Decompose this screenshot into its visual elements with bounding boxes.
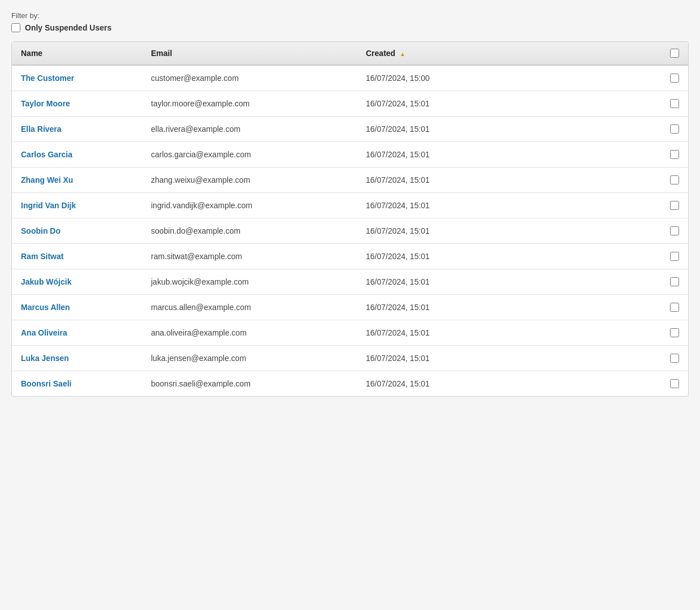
- user-name-link[interactable]: Jakub Wójcik: [21, 277, 71, 286]
- user-select-checkbox[interactable]: [670, 226, 679, 235]
- user-created-cell: 16/07/2024, 15:01: [357, 244, 661, 269]
- user-name-cell: Soobin Do: [12, 218, 142, 244]
- table-row: Marcus Allenmarcus.allen@example.com16/0…: [12, 295, 688, 320]
- user-checkbox-cell: [661, 65, 688, 91]
- col-header-checkbox: [661, 42, 688, 65]
- table-row: Boonsri Saeliboonsri.saeli@example.com16…: [12, 371, 688, 397]
- user-created-text: 16/07/2024, 15:01: [366, 252, 430, 261]
- user-email-text: ingrid.vandijk@example.com: [151, 201, 252, 210]
- filter-section: Filter by: Only Suspended Users: [11, 11, 689, 32]
- user-name-link[interactable]: Soobin Do: [21, 226, 61, 235]
- table-row: Zhang Wei Xuzhang.weixu@example.com16/07…: [12, 167, 688, 193]
- user-checkbox-cell: [661, 117, 688, 142]
- table-row: Ingrid Van Dijkingrid.vandijk@example.co…: [12, 193, 688, 218]
- only-suspended-checkbox[interactable]: [11, 23, 20, 32]
- user-email-cell: ingrid.vandijk@example.com: [142, 193, 357, 218]
- table-body: The Customercustomer@example.com16/07/20…: [12, 65, 688, 396]
- user-email-text: marcus.allen@example.com: [151, 303, 251, 312]
- user-name-cell: Luka Jensen: [12, 346, 142, 371]
- user-email-cell: luka.jensen@example.com: [142, 346, 357, 371]
- user-email-cell: jakub.wojcik@example.com: [142, 269, 357, 295]
- user-created-cell: 16/07/2024, 15:01: [357, 167, 661, 193]
- user-name-link[interactable]: Zhang Wei Xu: [21, 175, 73, 184]
- sort-asc-icon: ▲: [400, 51, 405, 57]
- users-table-container: Name Email Created ▲ The Customercustome…: [11, 41, 689, 397]
- user-name-cell: Zhang Wei Xu: [12, 167, 142, 193]
- user-select-checkbox[interactable]: [670, 379, 679, 388]
- user-select-checkbox[interactable]: [670, 354, 679, 363]
- user-name-link[interactable]: Marcus Allen: [21, 303, 70, 312]
- user-name-link[interactable]: Ram Sitwat: [21, 252, 63, 261]
- user-name-cell: Ram Sitwat: [12, 244, 142, 269]
- user-select-checkbox[interactable]: [670, 277, 679, 286]
- user-email-text: zhang.weixu@example.com: [151, 175, 250, 184]
- user-created-cell: 16/07/2024, 15:01: [357, 218, 661, 244]
- user-select-checkbox[interactable]: [670, 99, 679, 108]
- col-header-name[interactable]: Name: [12, 42, 142, 65]
- user-created-cell: 16/07/2024, 15:01: [357, 295, 661, 320]
- user-name-cell: Ingrid Van Dijk: [12, 193, 142, 218]
- user-email-text: taylor.moore@example.com: [151, 99, 250, 108]
- table-row: Jakub Wójcikjakub.wojcik@example.com16/0…: [12, 269, 688, 295]
- user-created-text: 16/07/2024, 15:01: [366, 150, 430, 159]
- table-header-row: Name Email Created ▲: [12, 42, 688, 65]
- user-checkbox-cell: [661, 142, 688, 167]
- user-name-link[interactable]: Luka Jensen: [21, 354, 69, 363]
- users-table: Name Email Created ▲ The Customercustome…: [12, 42, 688, 396]
- user-checkbox-cell: [661, 91, 688, 117]
- user-created-cell: 16/07/2024, 15:01: [357, 142, 661, 167]
- user-created-text: 16/07/2024, 15:01: [366, 226, 430, 235]
- user-email-cell: soobin.do@example.com: [142, 218, 357, 244]
- user-name-link[interactable]: Ana Oliveira: [21, 328, 67, 337]
- user-name-link[interactable]: Taylor Moore: [21, 99, 70, 108]
- user-email-cell: zhang.weixu@example.com: [142, 167, 357, 193]
- col-header-email[interactable]: Email: [142, 42, 357, 65]
- user-select-checkbox[interactable]: [670, 175, 679, 184]
- user-email-text: jakub.wojcik@example.com: [151, 277, 249, 286]
- user-email-text: carlos.garcia@example.com: [151, 150, 251, 159]
- user-email-text: soobin.do@example.com: [151, 226, 240, 235]
- filter-label: Filter by:: [11, 11, 689, 20]
- col-header-created[interactable]: Created ▲: [357, 42, 661, 65]
- table-row: Ella Riveraella.rivera@example.com16/07/…: [12, 117, 688, 142]
- user-created-cell: 16/07/2024, 15:01: [357, 346, 661, 371]
- user-created-text: 16/07/2024, 15:01: [366, 175, 430, 184]
- table-row: The Customercustomer@example.com16/07/20…: [12, 65, 688, 91]
- user-checkbox-cell: [661, 371, 688, 397]
- user-name-cell: Carlos Garcia: [12, 142, 142, 167]
- user-created-text: 16/07/2024, 15:01: [366, 303, 430, 312]
- user-name-link[interactable]: Ella Rivera: [21, 124, 62, 134]
- user-select-checkbox[interactable]: [670, 328, 679, 337]
- user-select-checkbox[interactable]: [670, 150, 679, 159]
- user-email-text: ella.rivera@example.com: [151, 124, 240, 134]
- user-name-cell: Ella Rivera: [12, 117, 142, 142]
- user-email-cell: ana.oliveira@example.com: [142, 320, 357, 346]
- user-created-cell: 16/07/2024, 15:01: [357, 193, 661, 218]
- user-name-cell: The Customer: [12, 65, 142, 91]
- user-checkbox-cell: [661, 320, 688, 346]
- user-email-text: customer@example.com: [151, 74, 239, 83]
- user-checkbox-cell: [661, 295, 688, 320]
- user-created-cell: 16/07/2024, 15:01: [357, 371, 661, 397]
- user-select-checkbox[interactable]: [670, 252, 679, 261]
- user-email-text: luka.jensen@example.com: [151, 354, 246, 363]
- user-name-link[interactable]: Ingrid Van Dijk: [21, 201, 76, 210]
- user-created-cell: 16/07/2024, 15:01: [357, 91, 661, 117]
- user-select-checkbox[interactable]: [670, 303, 679, 312]
- user-email-cell: boonsri.saeli@example.com: [142, 371, 357, 397]
- user-select-checkbox[interactable]: [670, 201, 679, 210]
- user-select-checkbox[interactable]: [670, 124, 679, 134]
- user-email-cell: marcus.allen@example.com: [142, 295, 357, 320]
- user-email-text: ram.sitwat@example.com: [151, 252, 242, 261]
- user-email-cell: customer@example.com: [142, 65, 357, 91]
- user-checkbox-cell: [661, 167, 688, 193]
- user-name-link[interactable]: Carlos Garcia: [21, 150, 72, 159]
- user-created-cell: 16/07/2024, 15:00: [357, 65, 661, 91]
- user-name-link[interactable]: The Customer: [21, 74, 74, 83]
- select-all-checkbox[interactable]: [670, 49, 679, 58]
- user-name-link[interactable]: Boonsri Saeli: [21, 379, 71, 388]
- user-select-checkbox[interactable]: [670, 74, 679, 83]
- table-row: Ana Oliveiraana.oliveira@example.com16/0…: [12, 320, 688, 346]
- user-created-text: 16/07/2024, 15:01: [366, 379, 430, 388]
- only-suspended-label[interactable]: Only Suspended Users: [25, 23, 111, 32]
